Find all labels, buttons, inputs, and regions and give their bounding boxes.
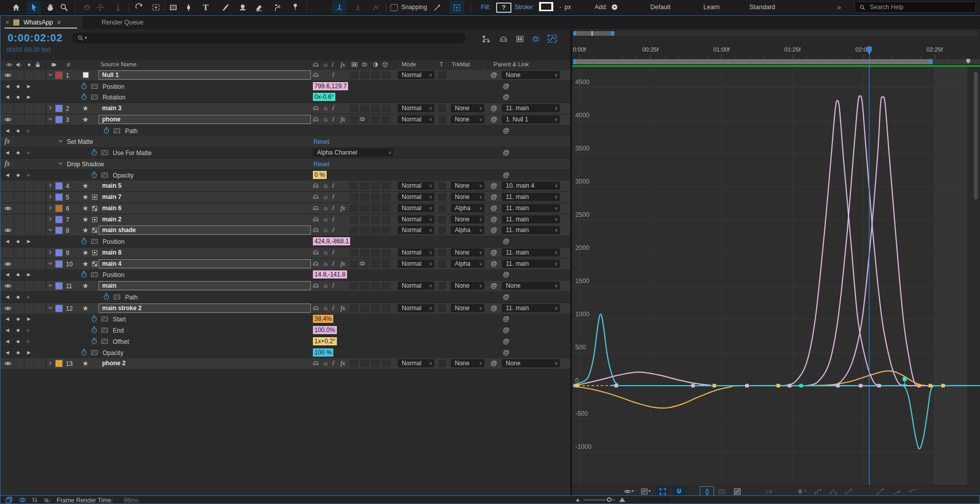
property-pickwhip[interactable]: @ [503, 338, 509, 345]
switch-cell[interactable] [371, 193, 380, 201]
keyframe[interactable] [928, 384, 932, 388]
switch-cell[interactable] [382, 260, 390, 268]
trkmat-toggle-cell[interactable] [438, 116, 446, 123]
time-label[interactable]: 01:00f [710, 46, 732, 53]
layer-label-swatch[interactable] [56, 283, 62, 289]
layer-name[interactable]: main 8 [99, 248, 311, 257]
trkmat-dropdown[interactable]: Alpha∨ [451, 260, 484, 268]
switch-fx[interactable]: fx [340, 260, 345, 267]
next-keyframe[interactable]: ▶ [27, 128, 31, 133]
mode-dropdown[interactable]: Normal∨ [398, 115, 434, 123]
stopwatch-toggle[interactable] [90, 148, 98, 158]
status-swap-arrows[interactable] [31, 496, 38, 504]
property-name[interactable]: Use For Matte [113, 149, 152, 157]
layer-label-swatch[interactable] [56, 183, 62, 189]
switch-motion-blur[interactable] [359, 260, 366, 268]
property-value[interactable]: 38.4% [313, 315, 333, 323]
layer-search-input[interactable]: ▾ [72, 33, 466, 43]
graph-tool-kf-linear[interactable] [826, 486, 840, 496]
switch-shy[interactable] [312, 105, 319, 113]
column-t-header[interactable]: T [439, 61, 443, 67]
switch-collapse[interactable]: ☼ [323, 116, 329, 123]
zoom-in-icon[interactable] [619, 497, 625, 502]
parent-pickwhip[interactable]: @ [491, 182, 497, 189]
time-label[interactable]: 00:25f [639, 46, 662, 53]
keyframe[interactable] [575, 384, 579, 388]
switch-cell[interactable] [371, 116, 380, 123]
mode-dropdown[interactable]: Normal∨ [398, 182, 434, 190]
mode-dropdown[interactable]: Normal∨ [398, 282, 434, 290]
status-blend-circles[interactable] [19, 496, 26, 504]
parent-pickwhip[interactable]: @ [491, 105, 497, 112]
expand-chevron[interactable] [47, 216, 53, 223]
column-eye-header[interactable] [6, 61, 13, 70]
collapse-chevron[interactable] [47, 72, 53, 79]
layer-name[interactable]: main 5 [99, 181, 311, 190]
stopwatch-toggle[interactable] [80, 93, 88, 102]
parent-dropdown[interactable]: 11. main∨ [502, 304, 560, 312]
tab-render-queue[interactable]: Render Queue [102, 19, 143, 26]
tool-pan-camera[interactable] [93, 1, 107, 14]
effect-name[interactable]: Set Matte [67, 138, 93, 145]
time-label[interactable]: 0:00f [572, 46, 591, 53]
keyframe[interactable] [691, 384, 695, 388]
switch-cell[interactable] [360, 360, 369, 367]
switch-collapse[interactable]: ☼ [323, 226, 329, 234]
tool-axis-world[interactable] [351, 1, 365, 14]
graph-toggle[interactable] [113, 293, 120, 302]
view-option-motion-blur[interactable] [529, 33, 543, 44]
graph-toggle[interactable] [91, 238, 98, 246]
graph-toggle[interactable] [113, 127, 120, 136]
property-value[interactable]: 0x-0.6° [313, 93, 335, 101]
tool-rotate[interactable] [132, 1, 146, 14]
property-name[interactable]: Offset [113, 338, 129, 345]
mode-dropdown[interactable]: Normal∨ [398, 204, 434, 212]
trkmat-dropdown[interactable]: None∨ [451, 215, 484, 223]
switch-fx[interactable]: fx [340, 360, 345, 367]
tool-axis-local[interactable] [332, 1, 347, 14]
add-keyframe[interactable]: ◆ [16, 339, 20, 344]
eye-toggle[interactable] [4, 216, 13, 223]
switch-cell[interactable] [382, 305, 390, 312]
eye-toggle[interactable] [4, 116, 13, 123]
workarea-start-handle[interactable] [573, 59, 576, 64]
expand-chevron[interactable] [47, 183, 53, 190]
add-keyframe[interactable]: ◆ [16, 239, 20, 244]
keyframe[interactable] [615, 384, 618, 388]
switch-cell[interactable] [382, 182, 390, 190]
next-keyframe[interactable]: ▶ [27, 239, 31, 244]
stopwatch-toggle[interactable] [90, 337, 98, 346]
property-name[interactable]: Start [113, 316, 126, 323]
prev-keyframe[interactable]: ◀ [6, 327, 9, 333]
property-name[interactable]: Opacity [103, 349, 124, 357]
property-pickwhip[interactable]: @ [503, 83, 509, 90]
mode-dropdown[interactable]: Normal∨ [398, 304, 434, 312]
trkmat-toggle-cell[interactable] [438, 282, 446, 290]
view-option-comp-flowchart[interactable] [479, 33, 493, 44]
layer-label-swatch[interactable] [56, 194, 62, 200]
parent-dropdown[interactable]: None∨ [502, 282, 560, 290]
trkmat-toggle-cell[interactable] [438, 305, 446, 312]
next-keyframe[interactable]: ▶ [27, 294, 31, 299]
switch-rasterize[interactable]: / [332, 226, 334, 234]
switch-cell[interactable] [371, 182, 380, 190]
switch-collapse[interactable]: ☼ [323, 105, 329, 112]
trkmat-toggle-cell[interactable] [438, 226, 446, 234]
comp-marker[interactable] [965, 58, 971, 66]
stroke-label[interactable]: Stroke: [514, 4, 534, 11]
switch-shy-header[interactable] [312, 61, 319, 69]
mode-dropdown[interactable]: Normal∨ [398, 226, 434, 234]
property-value[interactable]: 424.9,-868.1 [313, 237, 350, 245]
column-label-header[interactable] [51, 61, 58, 70]
add-keyframe[interactable]: ◆ [16, 272, 20, 277]
tool-snap-region[interactable] [450, 1, 464, 14]
column-source-name-header[interactable]: Source Name [101, 61, 136, 67]
eye-toggle[interactable] [4, 105, 13, 112]
graph-tool-fit-selection[interactable] [715, 486, 728, 496]
tool-camera[interactable] [149, 1, 163, 14]
property-dropdown[interactable]: Alpha Channel∨ [313, 148, 394, 157]
switch-cell[interactable] [350, 282, 358, 290]
tool-eraser[interactable] [252, 1, 266, 14]
keyframe[interactable] [788, 384, 792, 388]
parent-pickwhip[interactable]: @ [491, 71, 497, 79]
